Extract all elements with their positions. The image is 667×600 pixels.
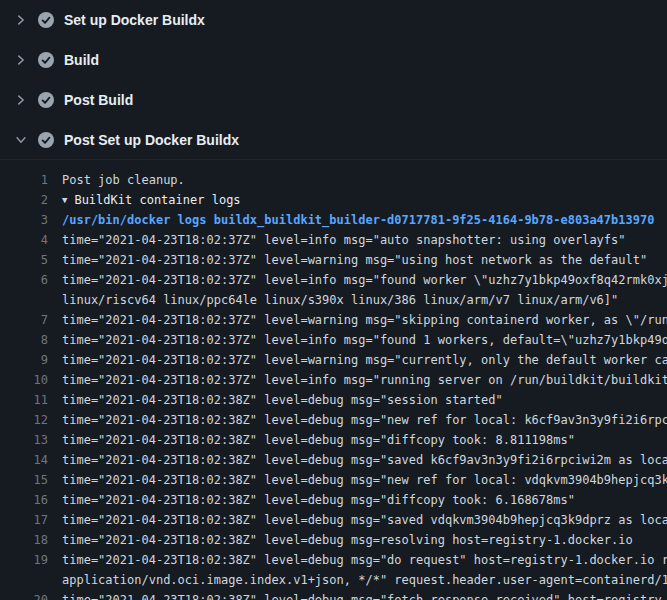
log-line: 4time="2021-04-23T18:02:37Z" level=info … (0, 230, 667, 250)
log-line-number[interactable]: 12 (0, 410, 48, 430)
step-label: Build (64, 52, 99, 68)
log-line: 17time="2021-04-23T18:02:38Z" level=debu… (0, 510, 667, 530)
log-line-number[interactable]: 20 (0, 590, 48, 600)
log-line: 10time="2021-04-23T18:02:37Z" level=info… (0, 370, 667, 390)
log-line-text: time="2021-04-23T18:02:38Z" level=debug … (48, 530, 633, 550)
log-line: 13time="2021-04-23T18:02:38Z" level=debu… (0, 430, 667, 450)
log-line: 19time="2021-04-23T18:02:38Z" level=debu… (0, 550, 667, 570)
log-line: 15time="2021-04-23T18:02:38Z" level=debu… (0, 470, 667, 490)
log-line-number[interactable]: 1 (0, 170, 48, 190)
log-line: 5time="2021-04-23T18:02:37Z" level=warni… (0, 250, 667, 270)
log-line-text: time="2021-04-23T18:02:37Z" level=info m… (48, 370, 667, 390)
log-line-text: time="2021-04-23T18:02:38Z" level=debug … (48, 390, 503, 410)
log-line-number[interactable]: 13 (0, 430, 48, 450)
log-line-number[interactable]: 14 (0, 450, 48, 470)
group-expand-triangle-icon[interactable]: ▼ (62, 190, 67, 210)
log-line-number[interactable]: 15 (0, 470, 48, 490)
log-line-number[interactable]: 8 (0, 330, 48, 350)
log-line-number[interactable]: 3 (0, 210, 48, 230)
log-line-command: 3/usr/bin/docker logs buildx_buildkit_bu… (0, 210, 667, 230)
log-line-number[interactable]: 9 (0, 350, 48, 370)
log-line-text: time="2021-04-23T18:02:38Z" level=debug … (48, 470, 667, 490)
log-line-number[interactable]: 16 (0, 490, 48, 510)
log-line: 6time="2021-04-23T18:02:37Z" level=info … (0, 270, 667, 290)
log-line-text: time="2021-04-23T18:02:38Z" level=debug … (48, 430, 575, 450)
step-header-post-build[interactable]: Post Build (0, 80, 667, 120)
log-line-number[interactable]: 7 (0, 310, 48, 330)
log-line: 11time="2021-04-23T18:02:38Z" level=debu… (0, 390, 667, 410)
chevron-right-icon[interactable] (14, 53, 28, 67)
log-line: 18time="2021-04-23T18:02:38Z" level=debu… (0, 530, 667, 550)
log-line-number[interactable]: 2 (0, 190, 48, 210)
log-viewer: 1Post job cleanup. 2▼BuildKit container … (0, 160, 667, 600)
chevron-right-icon[interactable] (14, 93, 28, 107)
step-header-post-setup-docker-buildx[interactable]: Post Set up Docker Buildx (0, 120, 667, 160)
log-line-number[interactable]: 5 (0, 250, 48, 270)
step-label: Set up Docker Buildx (64, 12, 205, 28)
log-line-group[interactable]: 2▼BuildKit container logs (0, 190, 667, 210)
log-line-number[interactable]: 17 (0, 510, 48, 530)
step-header-build[interactable]: Build (0, 40, 667, 80)
log-line-text: linux/riscv64 linux/ppc64le linux/s390x … (48, 290, 618, 310)
log-line: 16time="2021-04-23T18:02:38Z" level=debu… (0, 490, 667, 510)
log-line: 12time="2021-04-23T18:02:38Z" level=debu… (0, 410, 667, 430)
log-line-text: time="2021-04-23T18:02:38Z" level=debug … (48, 510, 667, 530)
log-line-continuation: application/vnd.oci.image.index.v1+json,… (0, 570, 667, 590)
log-line-number (0, 570, 48, 590)
log-line: 1Post job cleanup. (0, 170, 667, 190)
log-line-text: time="2021-04-23T18:02:37Z" level=warnin… (48, 310, 667, 330)
log-line-text: Post job cleanup. (48, 170, 185, 190)
log-line-number (0, 290, 48, 310)
log-line-text: time="2021-04-23T18:02:38Z" level=debug … (48, 550, 667, 570)
log-line-number[interactable]: 18 (0, 530, 48, 550)
log-line-text: time="2021-04-23T18:02:37Z" level=info m… (48, 330, 667, 350)
chevron-right-icon[interactable] (14, 13, 28, 27)
log-line-text: time="2021-04-23T18:02:38Z" level=debug … (48, 410, 667, 430)
log-line: 7time="2021-04-23T18:02:37Z" level=warni… (0, 310, 667, 330)
log-line: 20time="2021-04-23T18:02:38Z" level=debu… (0, 590, 667, 600)
step-label: Post Set up Docker Buildx (64, 132, 239, 148)
check-circle-icon (38, 92, 54, 108)
log-line-text: time="2021-04-23T18:02:38Z" level=debug … (48, 490, 575, 510)
log-line-text: /usr/bin/docker logs buildx_buildkit_bui… (48, 210, 654, 230)
log-line: 8time="2021-04-23T18:02:37Z" level=info … (0, 330, 667, 350)
log-line-number[interactable]: 10 (0, 370, 48, 390)
step-label: Post Build (64, 92, 133, 108)
log-line-text: time="2021-04-23T18:02:37Z" level=info m… (48, 230, 626, 250)
log-line-text: application/vnd.oci.image.index.v1+json,… (48, 570, 667, 590)
log-line: 14time="2021-04-23T18:02:38Z" level=debu… (0, 450, 667, 470)
log-line-number[interactable]: 11 (0, 390, 48, 410)
log-line-text: time="2021-04-23T18:02:37Z" level=info m… (48, 270, 667, 290)
step-header-setup-docker-buildx[interactable]: Set up Docker Buildx (0, 0, 667, 40)
check-circle-icon (38, 12, 54, 28)
log-line-text: time="2021-04-23T18:02:38Z" level=debug … (48, 450, 667, 470)
group-title[interactable]: BuildKit container logs (74, 193, 240, 207)
log-line-text: time="2021-04-23T18:02:37Z" level=warnin… (48, 250, 647, 270)
log-line-text: time="2021-04-23T18:02:37Z" level=warnin… (48, 350, 667, 370)
chevron-down-icon[interactable] (14, 133, 28, 147)
check-circle-icon (38, 132, 54, 148)
log-line-number[interactable]: 4 (0, 230, 48, 250)
log-line-number[interactable]: 6 (0, 270, 48, 290)
log-line-continuation: linux/riscv64 linux/ppc64le linux/s390x … (0, 290, 667, 310)
check-circle-icon (38, 52, 54, 68)
step-list: Set up Docker Buildx Build Post Build Po… (0, 0, 667, 160)
log-line-text: time="2021-04-23T18:02:38Z" level=debug … (48, 590, 667, 600)
log-line-number[interactable]: 19 (0, 550, 48, 570)
log-line: 9time="2021-04-23T18:02:37Z" level=warni… (0, 350, 667, 370)
